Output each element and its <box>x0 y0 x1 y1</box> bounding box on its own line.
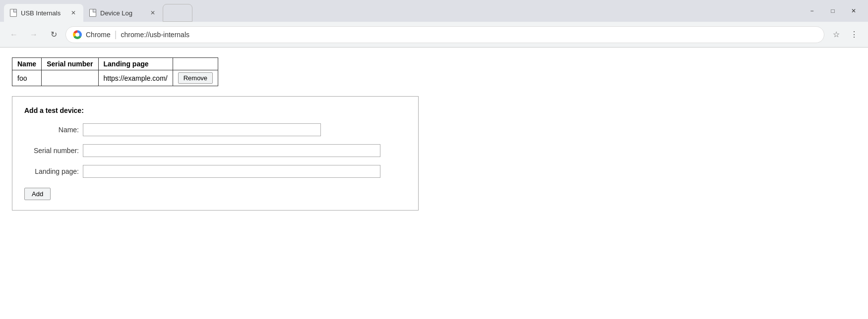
serial-row: Serial number: <box>24 144 406 157</box>
table-row: foohttps://example.com/Remove <box>12 70 218 86</box>
col-header-serial: Serial number <box>42 58 98 70</box>
add-device-box: Add a test device: Name: Serial number: … <box>12 96 419 211</box>
col-header-action <box>173 58 218 70</box>
serial-input[interactable] <box>83 144 380 157</box>
tab-device-log[interactable]: Device Log ✕ <box>83 4 163 22</box>
bookmark-icon: ☆ <box>833 30 840 39</box>
name-input[interactable] <box>83 123 321 136</box>
address-separator: | <box>115 29 117 40</box>
name-label: Name: <box>24 126 79 134</box>
tab-doc-icon <box>10 9 17 17</box>
landing-row: Landing page: <box>24 165 406 178</box>
landing-label: Landing page: <box>24 167 79 175</box>
col-header-landing: Landing page <box>98 58 173 70</box>
address-url: chrome://usb-internals <box>121 31 189 39</box>
tab-doc-icon-2 <box>89 9 96 17</box>
bookmark-button[interactable]: ☆ <box>828 27 844 43</box>
col-header-name: Name <box>12 58 42 70</box>
cell-name: foo <box>12 70 42 86</box>
close-button[interactable]: ✕ <box>847 4 860 17</box>
chrome-label: Chrome <box>86 31 111 39</box>
minimize-button[interactable]: − <box>806 4 818 17</box>
cell-landing: https://example.com/ <box>98 70 173 86</box>
reload-button[interactable]: ↻ <box>46 27 62 43</box>
reload-icon: ↻ <box>51 30 57 39</box>
tabs-area: USB Internals ✕ Device Log ✕ <box>4 0 806 22</box>
tab-title-device-log: Device Log <box>100 9 145 17</box>
menu-icon: ⋮ <box>850 30 858 39</box>
tab-usb-internals[interactable]: USB Internals ✕ <box>4 4 83 22</box>
window-controls: − □ ✕ <box>806 4 864 17</box>
serial-label: Serial number: <box>24 147 79 155</box>
forward-button[interactable]: → <box>26 27 42 43</box>
chrome-logo-icon <box>73 30 82 39</box>
tab-close-device-log[interactable]: ✕ <box>149 9 157 17</box>
maximize-button[interactable]: □ <box>826 4 839 17</box>
toolbar: ← → ↻ Chrome | chrome://usb-internals ☆ … <box>0 22 868 48</box>
landing-input[interactable] <box>83 165 380 178</box>
forward-icon: → <box>30 30 38 39</box>
title-bar: USB Internals ✕ Device Log ✕ − □ ✕ <box>0 0 868 22</box>
name-row: Name: <box>24 123 406 136</box>
tab-title-usb-internals: USB Internals <box>21 9 65 17</box>
cell-serial <box>42 70 98 86</box>
device-table: Name Serial number Landing page foohttps… <box>12 57 218 86</box>
page-content: Name Serial number Landing page foohttps… <box>0 48 868 319</box>
back-icon: ← <box>10 30 18 39</box>
back-button[interactable]: ← <box>6 27 22 43</box>
add-button[interactable]: Add <box>24 188 51 200</box>
tab-close-usb-internals[interactable]: ✕ <box>69 9 77 17</box>
menu-button[interactable]: ⋮ <box>846 27 862 43</box>
tab-empty <box>163 4 192 22</box>
remove-button[interactable]: Remove <box>178 72 213 84</box>
address-bar[interactable]: Chrome | chrome://usb-internals <box>65 26 824 43</box>
add-device-title: Add a test device: <box>24 106 406 114</box>
toolbar-right: ☆ ⋮ <box>828 27 862 43</box>
cell-action: Remove <box>173 70 218 86</box>
